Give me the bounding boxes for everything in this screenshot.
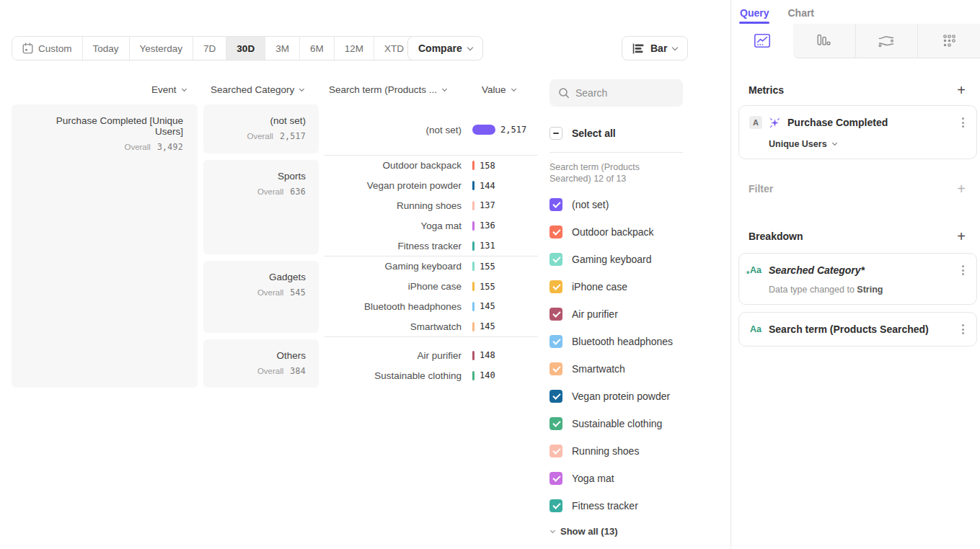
breakdown-card-search-term[interactable]: Aa Search term (Products Searched)	[738, 312, 977, 347]
legend-checkbox-item[interactable]: iPhone case	[549, 273, 683, 300]
legend-checkbox-item[interactable]: Running shoes	[549, 437, 683, 465]
legend-checkbox-item[interactable]: Fitness tracker	[549, 492, 683, 519]
category-card[interactable]: (not set)Overall2,517	[203, 104, 319, 153]
add-metric-button[interactable]: +	[957, 84, 966, 97]
checked-checkbox-icon[interactable]	[549, 253, 562, 266]
checked-checkbox-icon[interactable]	[549, 308, 562, 321]
sparkle-icon	[769, 117, 781, 129]
value-bar[interactable]	[472, 241, 474, 251]
value-bar[interactable]	[472, 351, 474, 360]
checked-checkbox-icon[interactable]	[549, 280, 562, 293]
legend-checkbox-item[interactable]: (not set)	[549, 191, 683, 218]
column-header-value[interactable]: Value	[482, 84, 516, 95]
report-tab-flows[interactable]	[855, 24, 918, 58]
checked-checkbox-icon[interactable]	[549, 417, 562, 430]
metric-card[interactable]: A Purchase Completed Unique Users	[738, 105, 977, 159]
checked-checkbox-icon[interactable]	[549, 390, 562, 403]
legend-checkbox-item[interactable]: Air purifier	[549, 300, 683, 328]
metric-letter-badge: A	[749, 116, 762, 129]
table-row[interactable]: iPhone case155	[325, 277, 538, 297]
table-row[interactable]: Outdoor backpack158	[325, 156, 538, 176]
report-tab-retention[interactable]	[917, 24, 980, 58]
legend-checkbox-item[interactable]: Sustainable clothing	[549, 410, 683, 437]
select-all-label: Select all	[572, 128, 616, 139]
checked-checkbox-icon[interactable]	[549, 362, 562, 375]
checked-checkbox-icon[interactable]	[549, 198, 562, 211]
show-all-button[interactable]: Show all (13)	[549, 526, 683, 537]
compare-button[interactable]: Compare	[407, 36, 483, 61]
category-card[interactable]: GadgetsOverall545	[203, 261, 319, 333]
legend-checkbox-item[interactable]: Gaming keyboard	[549, 246, 683, 273]
insights-icon	[754, 34, 770, 48]
value-bar[interactable]	[472, 302, 474, 311]
date-range-7d[interactable]: 7D	[193, 37, 226, 60]
event-card[interactable]: Purchase Completed [Unique Users] Overal…	[12, 104, 198, 388]
report-tab-funnels[interactable]	[793, 24, 855, 58]
date-range-label: Today	[93, 43, 119, 54]
table-row[interactable]: Sustainable clothing140	[325, 365, 538, 385]
kebab-menu-icon[interactable]	[960, 322, 966, 336]
table-row[interactable]: Yoga mat136	[325, 215, 538, 236]
column-header-label: Searched Category	[211, 84, 294, 95]
category-card[interactable]: SportsOverall636	[203, 160, 319, 254]
checked-checkbox-icon[interactable]	[549, 472, 562, 485]
search-term-label: Fitness tracker	[325, 241, 462, 251]
row-group: Outdoor backpack158Vegan protein powder1…	[325, 156, 538, 256]
value-bar[interactable]	[472, 371, 474, 380]
table-row[interactable]: Running shoes137	[325, 196, 538, 216]
date-range-custom[interactable]: Custom	[12, 37, 83, 60]
chart-type-button[interactable]: Bar	[622, 36, 688, 61]
search-input[interactable]	[575, 79, 676, 107]
report-tab-insights[interactable]	[731, 24, 793, 58]
kebab-menu-icon[interactable]	[960, 115, 966, 130]
legend-checkbox-item[interactable]: Smartwatch	[549, 355, 683, 383]
table-row[interactable]: Gaming keyboard155	[325, 256, 538, 277]
select-all-checkbox[interactable]: Select all	[549, 127, 683, 140]
column-header-searched-category[interactable]: Searched Category	[211, 84, 304, 95]
column-header-event[interactable]: Event	[151, 84, 186, 95]
legend-checkbox-item[interactable]: Bluetooth headphones	[549, 328, 683, 355]
checked-checkbox-icon[interactable]	[549, 445, 562, 458]
value-bar[interactable]	[472, 282, 474, 291]
add-breakdown-button[interactable]: +	[957, 230, 966, 243]
breakdown-card-searched-category[interactable]: Aa* Searched Category* Data type changed…	[738, 253, 977, 305]
tab-chart[interactable]: Chart	[787, 7, 814, 19]
date-range-yesterday[interactable]: Yesterday	[130, 37, 194, 60]
value-bar[interactable]	[472, 201, 474, 210]
date-range-today[interactable]: Today	[83, 37, 130, 60]
date-range-30d[interactable]: 30D	[226, 37, 265, 60]
column-header-search-term[interactable]: Search term (Products ...	[329, 84, 446, 95]
legend-checkbox-item[interactable]: Outdoor backpack	[549, 218, 683, 246]
checked-checkbox-icon[interactable]	[549, 226, 562, 238]
chevron-down-icon	[832, 140, 837, 146]
table-row[interactable]: Vegan protein powder144	[325, 176, 538, 196]
table-row[interactable]: Smartwatch145	[325, 316, 538, 336]
tab-query[interactable]: Query	[740, 7, 769, 19]
kebab-menu-icon[interactable]	[960, 263, 966, 277]
add-filter-button[interactable]: +	[957, 182, 966, 195]
checked-checkbox-icon[interactable]	[549, 499, 562, 512]
date-range-6m[interactable]: 6M	[300, 37, 335, 60]
table-row[interactable]: Fitness tracker131	[325, 236, 538, 256]
table-row[interactable]: Air purifier148	[325, 345, 538, 365]
category-card[interactable]: OthersOverall384	[203, 339, 319, 388]
legend-checkbox-item[interactable]: Vegan protein powder	[549, 383, 683, 410]
measure-dropdown[interactable]: Unique Users	[769, 139, 966, 149]
breakdown-subtitle: Data type changed to String	[769, 285, 966, 295]
indeterminate-checkbox-icon[interactable]	[549, 127, 562, 140]
breakdown-title: Searched Category*	[769, 264, 953, 276]
table-row[interactable]: Bluetooth headphones145	[325, 297, 538, 317]
checked-checkbox-icon[interactable]	[549, 335, 562, 348]
value-bar[interactable]	[472, 322, 474, 331]
value-bar[interactable]	[472, 221, 474, 231]
search-term-label: Gaming keyboard	[325, 261, 462, 272]
value-bar[interactable]	[472, 161, 474, 170]
value-bar[interactable]	[472, 125, 495, 135]
date-range-12m[interactable]: 12M	[335, 37, 374, 60]
overall-label: Overall	[257, 367, 283, 375]
value-bar[interactable]	[472, 262, 474, 271]
legend-checkbox-item[interactable]: Yoga mat	[549, 465, 683, 492]
table-row[interactable]: (not set)2,517	[325, 120, 538, 140]
value-bar[interactable]	[472, 181, 474, 190]
date-range-3m[interactable]: 3M	[265, 37, 300, 60]
